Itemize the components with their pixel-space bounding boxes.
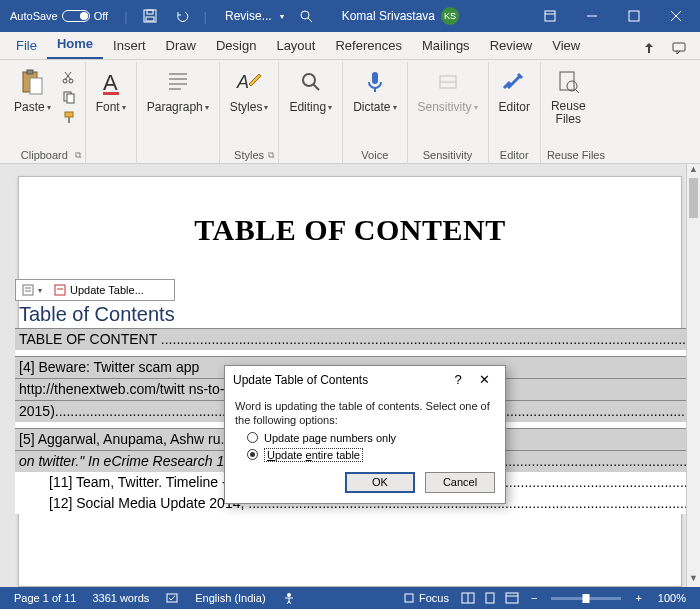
status-page[interactable]: Page 1 of 11 — [6, 592, 84, 604]
mic-icon — [361, 66, 389, 98]
editor-button[interactable]: Editor — [495, 64, 534, 116]
avatar: KS — [441, 7, 459, 25]
group-paragraph: Paragraph▾ — [137, 62, 220, 163]
tab-file[interactable]: File — [6, 34, 47, 59]
autosave-toggle[interactable]: AutoSave Off — [4, 10, 114, 22]
paste-icon — [18, 66, 46, 98]
dialog-message: Word is updating the table of contents. … — [235, 399, 495, 428]
close-icon[interactable]: ✕ — [471, 372, 497, 387]
zoom-slider[interactable] — [551, 597, 621, 600]
svg-rect-44 — [167, 594, 177, 602]
minimize-icon[interactable] — [572, 0, 612, 32]
search-icon[interactable] — [296, 9, 316, 23]
styles-button[interactable]: A Styles▾ — [226, 64, 273, 116]
svg-point-3 — [301, 11, 309, 19]
toc-line: TABLE OF CONTENT — [15, 328, 700, 350]
ribbon: Paste▾ Clipboard⧉ A Font▾ Paragraph▾ — [0, 60, 700, 164]
web-layout-icon[interactable] — [501, 589, 523, 607]
copy-icon[interactable] — [59, 88, 79, 106]
editing-button[interactable]: Editing▾ — [285, 64, 336, 116]
read-mode-icon[interactable] — [457, 589, 479, 607]
svg-rect-21 — [65, 112, 73, 117]
option-page-numbers[interactable]: Update page numbers only — [247, 432, 495, 444]
paste-button[interactable]: Paste▾ — [10, 64, 55, 116]
svg-rect-11 — [673, 43, 685, 51]
comments-icon[interactable] — [664, 37, 694, 59]
user-account[interactable]: Komal Srivastava KS — [342, 7, 459, 25]
undo-icon[interactable] — [170, 4, 194, 28]
paragraph-button[interactable]: Paragraph▾ — [143, 64, 213, 116]
status-words[interactable]: 3361 words — [84, 592, 157, 604]
maximize-icon[interactable] — [614, 0, 654, 32]
group-voice: Dictate▾ Voice — [343, 62, 407, 163]
sensitivity-button: Sensitivity▾ — [414, 64, 482, 116]
cancel-button[interactable]: Cancel — [425, 472, 495, 493]
help-icon[interactable]: ? — [445, 372, 471, 387]
focus-mode[interactable]: Focus — [395, 592, 457, 604]
group-font: A Font▾ — [86, 62, 137, 163]
close-icon[interactable] — [656, 0, 696, 32]
svg-line-4 — [308, 18, 312, 22]
svg-rect-32 — [372, 72, 378, 84]
update-table-button[interactable]: Update Table... — [70, 284, 144, 296]
print-layout-icon[interactable] — [479, 589, 501, 607]
document-heading: TABLE OF CONTENT — [37, 213, 663, 247]
update-table-icon[interactable] — [52, 282, 68, 298]
save-icon[interactable] — [138, 4, 162, 28]
tab-design[interactable]: Design — [206, 34, 266, 59]
styles-launcher-icon[interactable]: ⧉ — [268, 150, 274, 161]
status-language[interactable]: English (India) — [187, 592, 273, 604]
option-entire-table[interactable]: Update entire table — [247, 448, 495, 462]
find-icon — [297, 66, 325, 98]
zoom-level[interactable]: 100% — [650, 592, 694, 604]
tab-mailings[interactable]: Mailings — [412, 34, 480, 59]
svg-rect-20 — [67, 94, 74, 103]
svg-text:A: A — [103, 70, 118, 95]
clipboard-launcher-icon[interactable]: ⧉ — [75, 150, 81, 161]
svg-point-45 — [287, 593, 291, 597]
svg-rect-46 — [405, 594, 413, 602]
tab-insert[interactable]: Insert — [103, 34, 156, 59]
cut-icon[interactable] — [59, 68, 79, 86]
scrollbar-thumb[interactable] — [689, 178, 698, 218]
svg-line-38 — [575, 89, 579, 93]
svg-rect-14 — [30, 78, 42, 94]
group-sensitivity: Sensitivity▾ Sensitivity — [408, 62, 489, 163]
radio-checked-icon — [247, 449, 258, 460]
reuse-files-button[interactable]: Reuse Files — [547, 64, 590, 128]
svg-rect-2 — [146, 17, 154, 21]
scroll-up-icon[interactable]: ▲ — [687, 164, 700, 178]
format-painter-icon[interactable] — [59, 108, 79, 126]
ok-button[interactable]: OK — [345, 472, 415, 493]
status-proofing-icon[interactable] — [157, 591, 187, 605]
tab-view[interactable]: View — [542, 34, 590, 59]
titlebar: AutoSave Off | | Revise... ▾ Komal Sriva… — [0, 0, 700, 32]
font-button[interactable]: A Font▾ — [92, 64, 130, 116]
svg-rect-13 — [27, 70, 33, 74]
scroll-down-icon[interactable]: ▼ — [687, 573, 700, 587]
tab-layout[interactable]: Layout — [266, 34, 325, 59]
tab-home[interactable]: Home — [47, 32, 103, 59]
tab-references[interactable]: References — [325, 34, 411, 59]
document-title: Revise... — [225, 9, 272, 23]
status-accessibility-icon[interactable] — [274, 591, 304, 605]
vertical-scrollbar[interactable]: ▲ ▼ — [686, 164, 700, 587]
group-editing: Editing▾ — [279, 62, 343, 163]
share-icon[interactable] — [634, 37, 664, 59]
svg-rect-1 — [147, 10, 153, 14]
toggle-off-icon — [62, 10, 90, 22]
zoom-out-icon[interactable]: − — [523, 592, 545, 604]
radio-icon — [247, 432, 258, 443]
zoom-in-icon[interactable]: + — [627, 592, 649, 604]
svg-rect-42 — [55, 285, 65, 295]
statusbar: Page 1 of 11 3361 words English (India) … — [0, 587, 700, 609]
svg-rect-49 — [486, 593, 494, 603]
dialog-title: Update Table of Contents — [233, 373, 445, 387]
ribbon-options-icon[interactable] — [530, 0, 570, 32]
toc-menu-icon[interactable] — [20, 282, 36, 298]
tab-draw[interactable]: Draw — [156, 34, 206, 59]
sensitivity-icon — [434, 66, 462, 98]
tab-review[interactable]: Review — [480, 34, 543, 59]
paragraph-icon — [164, 66, 192, 98]
dictate-button[interactable]: Dictate▾ — [349, 64, 400, 116]
